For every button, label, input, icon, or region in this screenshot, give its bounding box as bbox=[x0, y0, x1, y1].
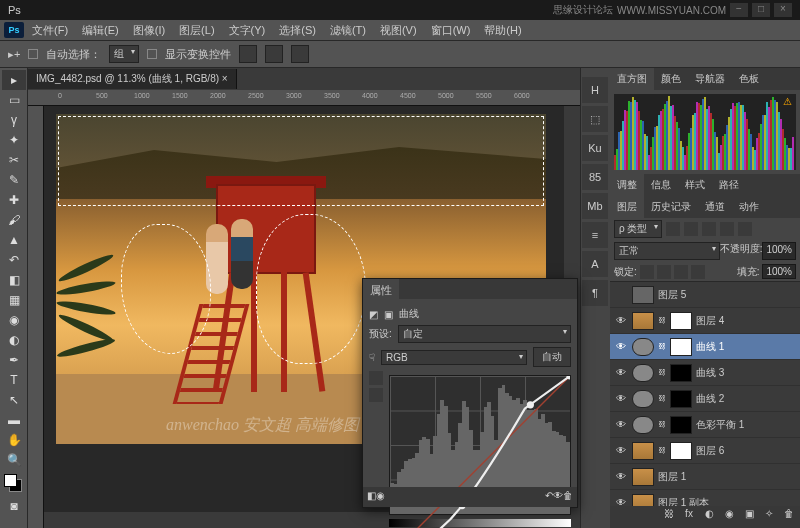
layer-thumb[interactable] bbox=[670, 312, 692, 330]
auto-select-checkbox[interactable] bbox=[28, 49, 38, 59]
visibility-icon[interactable]: 👁 bbox=[614, 393, 628, 404]
tab-actions[interactable]: 动作 bbox=[732, 196, 766, 218]
maximize-button[interactable]: □ bbox=[752, 3, 770, 17]
blend-mode-dropdown[interactable]: 正常 bbox=[614, 242, 720, 260]
layer-thumb[interactable] bbox=[632, 286, 654, 304]
channel-dropdown[interactable]: RGB bbox=[381, 350, 527, 365]
tab-channels[interactable]: 通道 bbox=[698, 196, 732, 218]
wand-tool[interactable]: ✦ bbox=[2, 130, 26, 150]
trash-icon[interactable]: 🗑 bbox=[780, 508, 798, 524]
lock-pixels-icon[interactable] bbox=[657, 265, 671, 279]
layer-filter-dropdown[interactable]: ρ 类型 bbox=[614, 220, 662, 238]
layer-name[interactable]: 图层 6 bbox=[696, 444, 724, 458]
lasso-tool[interactable]: γ bbox=[2, 110, 26, 130]
layer-name[interactable]: 曲线 3 bbox=[696, 366, 724, 380]
menu-type[interactable]: 文字(Y) bbox=[223, 21, 272, 40]
pen-tool[interactable]: ✒ bbox=[2, 350, 26, 370]
filter-shape-icon[interactable] bbox=[720, 222, 734, 236]
eraser-tool[interactable]: ◧ bbox=[2, 270, 26, 290]
menu-filter[interactable]: 滤镜(T) bbox=[324, 21, 372, 40]
histogram-warning-icon[interactable]: ⚠ bbox=[783, 96, 792, 107]
layer-name[interactable]: 图层 1 副本 bbox=[658, 496, 709, 507]
layer-thumb[interactable] bbox=[670, 338, 692, 356]
tab-adjustments[interactable]: 调整 bbox=[610, 174, 644, 196]
layer-name[interactable]: 图层 1 bbox=[658, 470, 686, 484]
layer-thumb[interactable] bbox=[632, 312, 654, 330]
coll-icon-char[interactable]: ≡ bbox=[582, 222, 608, 248]
minimize-button[interactable]: − bbox=[730, 3, 748, 17]
menu-file[interactable]: 文件(F) bbox=[26, 21, 74, 40]
mask-mode-icon[interactable]: ▣ bbox=[384, 309, 393, 320]
layer-row[interactable]: 👁图层 1 bbox=[610, 464, 800, 490]
heal-tool[interactable]: ✚ bbox=[2, 190, 26, 210]
layer-thumb[interactable] bbox=[670, 416, 692, 434]
layer-row[interactable]: 👁⛓图层 4 bbox=[610, 308, 800, 334]
visibility-icon[interactable]: 👁 bbox=[614, 471, 628, 482]
layer-thumb[interactable] bbox=[670, 364, 692, 382]
align-icon-2[interactable] bbox=[265, 45, 283, 63]
tab-styles[interactable]: 样式 bbox=[678, 174, 712, 196]
menu-help[interactable]: 帮助(H) bbox=[478, 21, 527, 40]
menu-image[interactable]: 图像(I) bbox=[127, 21, 171, 40]
fx-icon[interactable]: fx bbox=[680, 508, 698, 524]
coll-icon-measure[interactable]: 85 bbox=[582, 164, 608, 190]
layer-name[interactable]: 色彩平衡 1 bbox=[696, 418, 744, 432]
visibility-icon[interactable]: 👁 bbox=[614, 419, 628, 430]
document-tab[interactable]: IMG_4482.psd @ 11.3% (曲线 1, RGB/8) × bbox=[28, 69, 237, 89]
reset-icon[interactable]: ↶ bbox=[545, 490, 553, 501]
visibility-icon[interactable]: 👁 bbox=[614, 315, 628, 326]
preset-dropdown[interactable]: 自定 bbox=[398, 325, 571, 343]
horizontal-ruler[interactable]: 0500100015002000250030003500400045005000… bbox=[28, 90, 580, 106]
lock-transparent-icon[interactable] bbox=[640, 265, 654, 279]
menu-select[interactable]: 选择(S) bbox=[273, 21, 322, 40]
brush-tool[interactable]: 🖌 bbox=[2, 210, 26, 230]
auto-button[interactable]: 自动 bbox=[533, 347, 571, 367]
toggle-vis-icon[interactable]: 👁 bbox=[553, 490, 563, 501]
menu-layer[interactable]: 图层(L) bbox=[173, 21, 220, 40]
visibility-icon[interactable]: 👁 bbox=[614, 341, 628, 352]
filter-pixel-icon[interactable] bbox=[666, 222, 680, 236]
tab-swatches[interactable]: 色板 bbox=[732, 68, 766, 90]
lock-position-icon[interactable] bbox=[674, 265, 688, 279]
layer-row[interactable]: 👁图层 1 副本 bbox=[610, 490, 800, 506]
new-layer-icon[interactable]: ✧ bbox=[760, 508, 778, 524]
visibility-icon[interactable]: 👁 bbox=[614, 497, 628, 506]
group-icon[interactable]: ▣ bbox=[740, 508, 758, 524]
zoom-tool[interactable]: 🔍 bbox=[2, 450, 26, 470]
close-tab-icon[interactable]: × bbox=[222, 73, 228, 84]
type-tool[interactable]: T bbox=[2, 370, 26, 390]
history-brush-tool[interactable]: ↶ bbox=[2, 250, 26, 270]
layer-thumb[interactable] bbox=[670, 442, 692, 460]
tab-color[interactable]: 颜色 bbox=[654, 68, 688, 90]
tab-histogram[interactable]: 直方图 bbox=[610, 68, 654, 90]
layer-thumb[interactable] bbox=[632, 494, 654, 507]
coll-icon-actions[interactable]: ⬚ bbox=[582, 106, 608, 132]
filter-smart-icon[interactable] bbox=[738, 222, 752, 236]
hand-tool[interactable]: ✋ bbox=[2, 430, 26, 450]
finger-icon[interactable]: ☟ bbox=[369, 352, 375, 363]
layer-row[interactable]: 👁⛓色彩平衡 1 bbox=[610, 412, 800, 438]
fill-field[interactable]: 100% bbox=[762, 264, 796, 279]
layer-thumb[interactable] bbox=[632, 416, 654, 434]
layer-name[interactable]: 曲线 2 bbox=[696, 392, 724, 406]
stamp-tool[interactable]: ▲ bbox=[2, 230, 26, 250]
ps-logo[interactable]: Ps bbox=[4, 22, 24, 38]
layer-row[interactable]: 👁⛓曲线 1 bbox=[610, 334, 800, 360]
layer-row[interactable]: 👁⛓图层 6 bbox=[610, 438, 800, 464]
layer-row[interactable]: 👁⛓曲线 2 bbox=[610, 386, 800, 412]
menu-view[interactable]: 视图(V) bbox=[374, 21, 423, 40]
marquee-tool[interactable]: ▭ bbox=[2, 90, 26, 110]
eyedropper-tool[interactable]: ✎ bbox=[2, 170, 26, 190]
layer-name[interactable]: 图层 5 bbox=[658, 288, 686, 302]
coll-icon-a[interactable]: A bbox=[582, 251, 608, 277]
align-icon-3[interactable] bbox=[291, 45, 309, 63]
tab-layers[interactable]: 图层 bbox=[610, 196, 644, 218]
curve-pencil-tool[interactable] bbox=[369, 388, 383, 402]
coll-icon-mb[interactable]: Mb bbox=[582, 193, 608, 219]
path-tool[interactable]: ↖ bbox=[2, 390, 26, 410]
show-transform-checkbox[interactable] bbox=[147, 49, 157, 59]
blur-tool[interactable]: ◉ bbox=[2, 310, 26, 330]
layer-thumb[interactable] bbox=[632, 468, 654, 486]
visibility-icon[interactable]: 👁 bbox=[614, 445, 628, 456]
auto-select-dropdown[interactable]: 组 bbox=[109, 45, 139, 63]
